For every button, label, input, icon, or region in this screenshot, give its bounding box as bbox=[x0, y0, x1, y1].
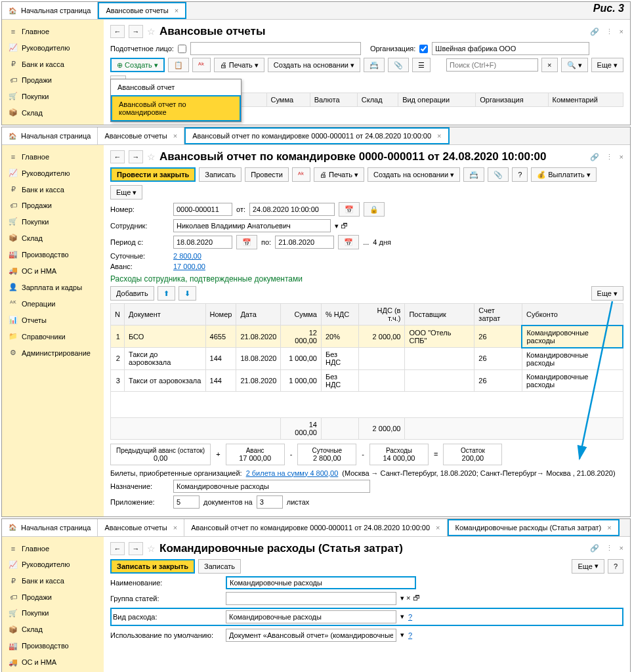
tab-cost-item[interactable]: Командировочные расходы (Статья затрат)× bbox=[448, 519, 620, 536]
star-icon[interactable]: ☆ bbox=[147, 152, 156, 162]
more-button[interactable]: Еще ▾ bbox=[572, 559, 604, 574]
tab-reports[interactable]: Авансовые отчеты× bbox=[98, 519, 184, 536]
attach-sheets-input[interactable] bbox=[257, 495, 283, 509]
sidebar-item[interactable]: 📊Отчеты bbox=[2, 312, 104, 328]
sidebar-item[interactable]: ᴬᴷОперации bbox=[2, 295, 104, 312]
table-row[interactable]: 2Такси до аэровокзала14418.08.20201 000,… bbox=[111, 348, 623, 370]
print-button[interactable]: 🖨 Печать ▾ bbox=[314, 167, 364, 182]
col-vat-incl[interactable]: НДС (в т.ч.) bbox=[358, 304, 405, 326]
fwd-button[interactable]: → bbox=[129, 542, 143, 555]
sidebar-item[interactable]: ≡Главное bbox=[2, 541, 104, 556]
sidebar-item[interactable]: 📈Руководителю bbox=[2, 556, 104, 573]
tab-reports[interactable]: Авансовые отчеты× bbox=[98, 127, 184, 144]
move-up-button[interactable]: ⬆ bbox=[158, 286, 175, 301]
fwd-button[interactable]: → bbox=[129, 25, 143, 38]
col-sub[interactable]: Субконто bbox=[522, 304, 623, 326]
col-vat[interactable]: % НДС bbox=[321, 304, 358, 326]
back-button[interactable]: ← bbox=[110, 542, 125, 555]
sidebar-item[interactable]: 🚚ОС и НМА bbox=[2, 654, 104, 671]
close-icon[interactable]: × bbox=[620, 544, 623, 553]
col-sum[interactable]: Сумма bbox=[281, 304, 322, 326]
sidebar-item[interactable]: ≡Главное bbox=[2, 149, 104, 165]
attach-button[interactable]: 📎 bbox=[388, 58, 409, 72]
tab-home[interactable]: Начальная страница bbox=[2, 127, 98, 144]
table-row[interactable]: 3Такси от аэровокзала14421.08.20201 000,… bbox=[111, 369, 623, 391]
filter-person-input[interactable] bbox=[190, 42, 361, 55]
close-icon[interactable]: × bbox=[173, 132, 177, 140]
link-icon[interactable]: 🔗 bbox=[590, 544, 599, 553]
save-button[interactable]: Записать bbox=[198, 559, 241, 574]
close-icon[interactable]: × bbox=[437, 132, 441, 140]
attach-button[interactable]: 📎 bbox=[488, 167, 509, 182]
kebab-icon[interactable]: ⋮ bbox=[606, 153, 613, 161]
sidebar-item[interactable]: 📦Склад bbox=[2, 230, 104, 246]
create-based-button[interactable]: Создать на основании ▾ bbox=[368, 167, 460, 182]
filter-org-input[interactable] bbox=[432, 42, 589, 55]
col-num[interactable]: Номер bbox=[205, 304, 236, 326]
menu-item-advance-report[interactable]: Авансовый отчет bbox=[111, 79, 241, 95]
menu-item-trip-report[interactable]: Авансовый отчет по командировке bbox=[111, 95, 241, 121]
post-close-button[interactable]: Провести и закрыть bbox=[110, 167, 196, 182]
dtht-button[interactable]: ᴬᵏ bbox=[292, 167, 310, 182]
close-icon[interactable]: × bbox=[620, 28, 623, 36]
sidebar-item[interactable]: 📈Руководителю bbox=[2, 165, 104, 181]
expenses-table[interactable]: N Документ Номер Дата Сумма % НДС НДС (в… bbox=[110, 303, 623, 440]
purpose-input[interactable] bbox=[173, 480, 370, 493]
lock-button[interactable]: 🔒 bbox=[364, 202, 385, 217]
back-button[interactable]: ← bbox=[110, 25, 125, 38]
search-input[interactable] bbox=[446, 58, 538, 72]
more-button[interactable]: Еще ▾ bbox=[591, 286, 623, 301]
help-link[interactable]: ? bbox=[408, 631, 412, 639]
num-input[interactable] bbox=[173, 203, 232, 216]
post-button[interactable]: Провести bbox=[245, 167, 289, 182]
fwd-button[interactable]: → bbox=[129, 150, 143, 163]
close-icon[interactable]: × bbox=[620, 153, 623, 161]
col-comm[interactable]: Комментарий bbox=[548, 93, 623, 107]
kebab-icon[interactable]: ⋮ bbox=[606, 28, 613, 36]
col-op[interactable]: Вид операции bbox=[398, 93, 476, 107]
move-down-button[interactable]: ⬇ bbox=[179, 286, 196, 301]
sidebar-item[interactable]: 📈Руководителю bbox=[2, 39, 104, 56]
subconto-cell[interactable]: Командировочные расходы bbox=[522, 326, 623, 348]
period-days-button[interactable]: ... bbox=[363, 238, 369, 246]
sidebar-item[interactable]: 🏷Продажи bbox=[2, 72, 104, 88]
filter-org-check[interactable] bbox=[419, 45, 428, 53]
table-row[interactable]: 1БСО465521.08.202012 000,0020%2 000,00ОО… bbox=[111, 326, 623, 348]
name-input[interactable] bbox=[226, 576, 416, 589]
help-button[interactable]: ? bbox=[512, 167, 528, 182]
lines-button[interactable]: ☰ bbox=[412, 58, 431, 72]
tab-reports[interactable]: Авансовые отчеты× bbox=[98, 2, 186, 19]
more-button[interactable]: Еще ▾ bbox=[110, 185, 142, 200]
tab-home[interactable]: Начальная страница bbox=[2, 519, 98, 536]
sidebar-item[interactable]: 🏭Производство bbox=[2, 638, 104, 654]
create-based-button[interactable]: Создать на основании ▾ bbox=[268, 58, 360, 72]
col-sum[interactable]: Сумма bbox=[266, 93, 310, 107]
emp-input[interactable] bbox=[173, 219, 331, 232]
sidebar-item[interactable]: 🏷Продажи bbox=[2, 198, 104, 213]
link-icon[interactable]: 🔗 bbox=[590, 28, 599, 36]
sidebar-item[interactable]: ₽Банк и касса bbox=[2, 573, 104, 589]
sidebar-item[interactable]: 🛒Покупки bbox=[2, 88, 104, 104]
period-to-input[interactable] bbox=[275, 236, 334, 249]
tickets-link[interactable]: 2 билета на сумму 4 800,00 bbox=[246, 469, 339, 477]
tab-trip-report[interactable]: Авансовый отчет по командировке 0000-000… bbox=[184, 519, 447, 536]
col-org[interactable]: Организация bbox=[476, 93, 548, 107]
dtht-button[interactable]: ᴬᵏ bbox=[192, 58, 211, 72]
sidebar-item[interactable]: ₽Банк и касса bbox=[2, 181, 104, 198]
col-acc[interactable]: Счет затрат bbox=[474, 304, 522, 326]
date-input[interactable] bbox=[249, 203, 335, 216]
daily-link[interactable]: 2 800,00 bbox=[173, 252, 201, 260]
sidebar-item[interactable]: ≡Главное bbox=[2, 24, 104, 39]
filter-person-check[interactable] bbox=[178, 45, 186, 53]
sidebar-item[interactable]: 🛒Покупки bbox=[2, 605, 104, 621]
calendar-button[interactable]: 📅 bbox=[338, 235, 359, 249]
sidebar-item[interactable]: 📁Справочники bbox=[2, 328, 104, 345]
help-link[interactable]: ? bbox=[408, 613, 412, 621]
tab-home[interactable]: Начальная страница bbox=[2, 2, 98, 19]
default-input[interactable] bbox=[226, 629, 396, 642]
help-button[interactable]: ? bbox=[608, 559, 623, 574]
col-n[interactable]: N bbox=[111, 304, 125, 326]
sidebar-item[interactable]: 👤Зарплата и кадры bbox=[2, 279, 104, 295]
register-button[interactable]: 📇 bbox=[364, 58, 385, 72]
close-icon[interactable]: × bbox=[175, 7, 179, 14]
